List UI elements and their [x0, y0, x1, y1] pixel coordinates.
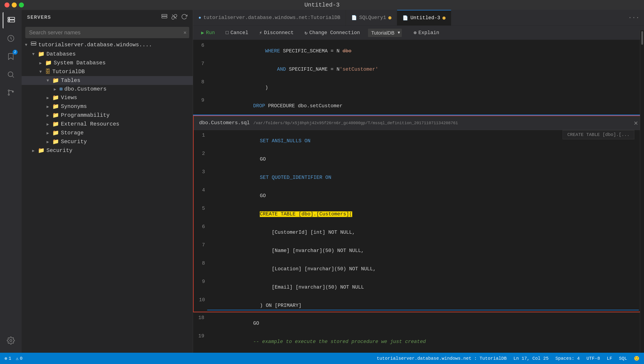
create-table-hint: CREATE TABLE [dbo].[... — [562, 130, 634, 139]
disconnect-button[interactable]: ⚡ Disconnect — [256, 29, 296, 37]
inline-linenum-4: 4 — [194, 187, 210, 205]
folder-icon: 📁 — [45, 60, 52, 66]
line-num-7: 7 — [193, 60, 209, 79]
tabs-bar: ● tutorialserver.database.windows.net:Tu… — [193, 10, 644, 26]
inline-panel-close-button[interactable]: ✕ — [634, 119, 638, 127]
server-label: tutorialserver.database.windows.... — [38, 42, 191, 48]
expand-arrow: ▶ — [45, 139, 50, 144]
expand-arrow: ▼ — [38, 69, 43, 75]
external-resources-label: External Resources — [61, 121, 191, 127]
tree-item-system-databases[interactable]: ▶ 📁 System Databases — [22, 59, 193, 67]
explain-icon: ⊕ — [414, 30, 416, 36]
inline-line-4: 4 GO — [194, 187, 643, 205]
inline-linenum-2: 2 — [194, 150, 210, 168]
window-title: Untitled-3 — [304, 2, 340, 8]
line-num-8: 8 — [193, 79, 209, 97]
tutorialdb-label: TutorialDB — [52, 69, 191, 75]
connection-icon: ● — [198, 15, 201, 20]
run-icon: ▶ — [201, 30, 204, 36]
inline-content-4: GO — [210, 187, 643, 205]
tree-item-external-resources[interactable]: ▶ 📁 External Resources — [22, 120, 193, 128]
folder-icon: 📁 — [52, 77, 59, 84]
svg-point-10 — [10, 340, 12, 342]
editor-area: ● tutorialserver.database.windows.net:Tu… — [193, 10, 644, 353]
activity-icon-history[interactable] — [3, 30, 19, 47]
folder-icon: 📁 — [38, 51, 45, 57]
tree-item-tables[interactable]: ▼ 📁 Tables — [22, 76, 193, 85]
status-errors[interactable]: ⊗ 1 — [4, 356, 11, 361]
code-line-7: 7 AND SPECIFIC_NAME = N'setCustomer' — [193, 60, 644, 79]
database-selector[interactable]: TutorialDB — [368, 29, 402, 37]
tree-item-synonyms[interactable]: ▶ 📁 Synonyms — [22, 102, 193, 111]
code-line-6: 6 WHERE SPECIFIC_SCHEMA = N dbo — [193, 42, 644, 60]
cancel-button[interactable]: □ Cancel — [223, 29, 251, 37]
tree-item-tutorialdb[interactable]: ▼ 🗄 TutorialDB — [22, 67, 193, 76]
disconnect-icon[interactable] — [171, 14, 178, 22]
activity-icon-git[interactable] — [3, 84, 19, 101]
status-left: ⊗ 1 ⚠ 0 — [4, 356, 22, 361]
line-content-8: ) — [209, 79, 644, 97]
security-db-label: Security — [61, 139, 191, 145]
search-clear-icon[interactable]: ✕ — [184, 30, 186, 36]
activity-icon-search[interactable] — [3, 66, 19, 83]
tab-dot2 — [442, 17, 446, 20]
tree-item-storage[interactable]: ▶ 📁 Storage — [22, 128, 193, 137]
status-position: Ln 17, Col 25 — [514, 356, 548, 361]
code-line-9: 9 DROP PROCEDURE dbo.setCustomer — [193, 97, 644, 115]
databases-label: Databases — [46, 51, 191, 57]
maximize-button[interactable] — [19, 3, 24, 8]
inline-linenum-8: 8 — [194, 260, 210, 278]
db-folder-icon: 🗄 — [45, 68, 50, 75]
change-connection-button[interactable]: ↻ Change Connection — [302, 29, 363, 37]
inline-panel-code: 1 SET ANSI_NULLS ON 2 GO 3 — [194, 130, 643, 312]
inline-content-7: [Name] [nvarchar](50) NOT NULL, — [210, 242, 643, 260]
search-input[interactable] — [25, 27, 189, 38]
code-editor[interactable]: 6 WHERE SPECIFIC_SCHEMA = N dbo 7 AND SP… — [193, 40, 644, 353]
tab-connection[interactable]: ● tutorialserver.database.windows.net:Tu… — [193, 10, 346, 26]
status-smiley: 🙂 — [634, 356, 640, 361]
toolbar: ▶ Run □ Cancel ⚡ Disconnect ↻ Change Con… — [193, 26, 644, 40]
tree-item-views[interactable]: ▶ 📁 Views — [22, 93, 193, 102]
tab-sqlquery1[interactable]: 📄 SQLQuery1 — [346, 10, 397, 26]
activity-icon-server[interactable] — [3, 12, 19, 29]
run-button[interactable]: ▶ Run — [198, 29, 218, 37]
storage-label: Storage — [61, 130, 191, 136]
error-icon: ⊗ — [4, 356, 7, 361]
refresh-icon[interactable] — [181, 14, 188, 22]
tree-item-customers[interactable]: ▶ ⊞ dbo.Customers — [22, 85, 193, 93]
editor-scrollbar[interactable] — [640, 30, 644, 353]
svg-point-8 — [8, 94, 10, 95]
error-count: 1 — [8, 356, 11, 361]
run-label: Run — [206, 30, 215, 36]
explain-button[interactable]: ⊕ Explain — [411, 29, 442, 37]
inline-panel-scroll[interactable]: 1 SET ANSI_NULLS ON 2 GO 3 — [194, 130, 643, 312]
tree-item-security-server[interactable]: ▶ 📁 Security — [22, 146, 193, 155]
activity-icon-settings[interactable] — [3, 332, 19, 349]
warning-icon: ⚠ — [16, 356, 18, 361]
server-tree: ▼ tutorialserver.database.windows.... ▼ … — [22, 40, 193, 353]
activity-icon-bookmarks[interactable]: 2 — [3, 48, 19, 65]
svg-point-2 — [9, 18, 10, 19]
disconnect-label: Disconnect — [264, 30, 294, 36]
status-eol: LF — [607, 356, 612, 361]
expand-arrow: ▼ — [24, 42, 29, 48]
inline-content-3: SET QUOTED_IDENTIFIER ON — [210, 168, 643, 187]
tab-overflow[interactable]: ··· — [624, 10, 644, 26]
tab-untitled3[interactable]: 📄 Untitled-3 — [397, 10, 451, 26]
close-button[interactable] — [4, 3, 10, 8]
inline-line-3: 3 SET QUOTED_IDENTIFIER ON — [194, 168, 643, 187]
inline-linenum-7: 7 — [194, 242, 210, 260]
inline-line-10: 10 ) ON [PRIMARY] — [194, 296, 643, 312]
minimize-button[interactable] — [12, 3, 17, 8]
synonyms-label: Synonyms — [61, 103, 191, 109]
code-line-18: 18 GO — [193, 314, 644, 333]
tree-item-databases[interactable]: ▼ 📁 Databases — [22, 50, 193, 59]
tree-item-programmability[interactable]: ▶ 📁 Programmability — [22, 111, 193, 120]
tree-item-security-db[interactable]: ▶ 📁 Security — [22, 137, 193, 146]
tree-item-server[interactable]: ▼ tutorialserver.database.windows.... — [22, 40, 193, 50]
svg-rect-12 — [162, 17, 167, 18]
inline-panel-title: dbo.Customers.sql — [199, 120, 250, 126]
code-line-19: 19 -- example to execute the stored proc… — [193, 333, 644, 351]
status-warnings[interactable]: ⚠ 0 — [16, 356, 22, 361]
new-server-icon[interactable] — [161, 14, 168, 22]
